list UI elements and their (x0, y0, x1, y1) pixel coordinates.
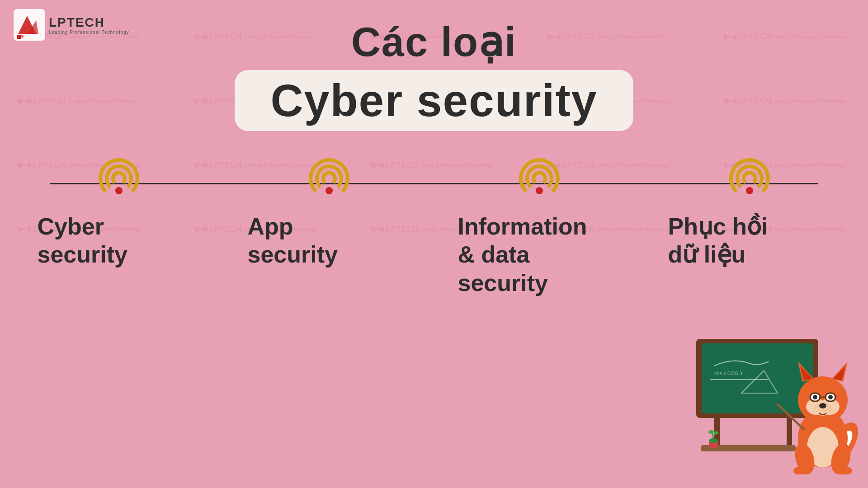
wifi-icon-1 (96, 158, 142, 194)
svg-rect-4 (21, 35, 24, 38)
label-3-line3: security (458, 270, 548, 296)
label-3-line2: & data (458, 241, 530, 267)
timeline-section: Cyber security App security (14, 158, 854, 297)
mascot-group: cos x COS 3 (687, 330, 859, 474)
svg-point-11 (708, 430, 714, 434)
main-title-line2: Cyber security (271, 75, 598, 127)
logo-icon (14, 9, 45, 41)
svg-point-13 (714, 432, 718, 435)
wifi-icon-2 (307, 158, 352, 194)
label-2-line1: App (248, 213, 293, 239)
timeline-label-2: App security (239, 212, 338, 269)
logo: LPTECH Leading Professional Technology (14, 9, 129, 41)
label-2-line2: security (248, 241, 338, 267)
label-1-line1: Cyber (38, 213, 104, 239)
svg-rect-15 (702, 343, 813, 413)
mascot-svg: cos x COS 3 (687, 330, 859, 474)
svg-point-36 (813, 395, 817, 399)
svg-rect-6 (787, 416, 792, 447)
cyber-security-box: Cyber security (235, 70, 634, 131)
timeline-label-4: Phục hồi dữ liệu (659, 212, 768, 269)
timeline-item-1: Cyber security (28, 158, 209, 297)
timeline-label-1: Cyber security (28, 212, 127, 269)
svg-point-24 (798, 376, 848, 423)
timeline-items: Cyber security App security (14, 158, 854, 297)
timeline-label-3: Information & data security (449, 212, 587, 297)
timeline-item-4: Phục hồi dữ liệu (659, 158, 840, 297)
label-3-line1: Information (458, 213, 587, 239)
svg-rect-3 (17, 35, 21, 39)
main-title-line1: Các loại (351, 18, 517, 66)
logo-tagline: Leading Professional Technology (49, 30, 129, 35)
label-1-line2: security (38, 241, 127, 267)
timeline-item-2: App security (239, 158, 420, 297)
wifi-icon-4 (727, 158, 772, 194)
svg-text:cos x COS 3: cos x COS 3 (714, 371, 742, 376)
timeline-item-3: Information & data security (449, 158, 630, 297)
label-4-line1: Phục hồi (668, 213, 768, 239)
svg-point-32 (819, 403, 826, 408)
svg-point-37 (828, 395, 833, 399)
svg-point-9 (709, 438, 718, 443)
svg-line-10 (712, 433, 713, 438)
main-content: Các loại Cyber security Cyber security (0, 0, 868, 297)
logo-name: LPTECH (49, 15, 129, 30)
label-4-line2: dữ liệu (668, 241, 746, 267)
wifi-icon-3 (517, 158, 562, 194)
